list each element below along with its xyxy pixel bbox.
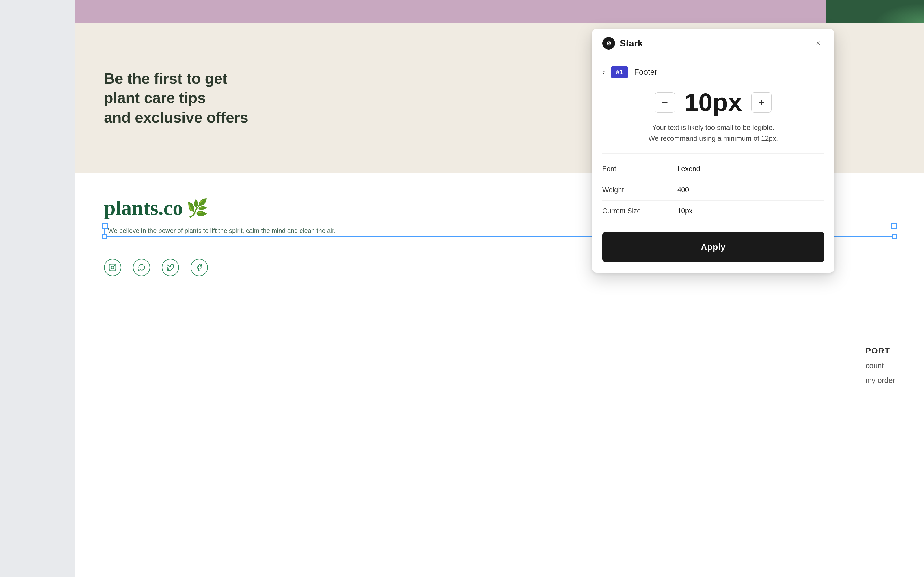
size-display: 10px <box>684 90 742 115</box>
property-row-font: Font Lexend <box>603 158 824 179</box>
instagram-icon[interactable] <box>104 259 121 276</box>
close-button[interactable]: × <box>813 37 824 49</box>
banner-plant <box>826 0 924 23</box>
weight-value: 400 <box>677 186 689 194</box>
warning-message: Your text is likely too small to be legi… <box>592 122 835 153</box>
banner-pink <box>75 0 826 23</box>
logo-leaf: 🌿 <box>187 198 208 218</box>
hero-text: Be the first to get plant care tipsand e… <box>104 69 254 127</box>
corner-handle-bl <box>102 234 107 239</box>
stark-logo: ⊘ <box>603 37 615 50</box>
corner-handle-br <box>892 234 897 239</box>
property-row-weight: Weight 400 <box>603 179 824 200</box>
properties-section: Font Lexend Weight 400 Current Size 10px <box>592 154 835 226</box>
current-size-label: Current Size <box>603 207 677 215</box>
increment-button[interactable]: + <box>751 92 772 113</box>
stark-panel-title: Stark <box>620 38 643 49</box>
issue-badge: #1 <box>611 66 628 78</box>
panel-nav: ‹ #1 Footer <box>592 58 835 78</box>
back-button[interactable]: ‹ <box>603 68 605 77</box>
section-name: Footer <box>634 68 657 77</box>
twitter-icon[interactable] <box>162 259 179 276</box>
logo-text: plants.co <box>104 196 183 220</box>
warning-line-1: Your text is likely too small to be legi… <box>609 122 817 133</box>
facebook-icon[interactable] <box>191 259 208 276</box>
tagline-text: We believe in the power of plants to lif… <box>108 227 336 234</box>
property-row-size: Current Size 10px <box>603 200 824 221</box>
decrement-button[interactable]: − <box>655 92 675 113</box>
svg-point-1 <box>111 266 114 269</box>
stark-logo-symbol: ⊘ <box>606 40 611 47</box>
svg-rect-0 <box>109 264 116 271</box>
banner-area <box>75 0 924 23</box>
font-value: Lexend <box>677 165 700 173</box>
weight-label: Weight <box>603 186 677 194</box>
size-control: − 10px + <box>592 78 835 122</box>
whatsapp-icon[interactable] <box>133 259 150 276</box>
stark-panel: ⊘ Stark × ‹ #1 Footer − 10px + Your text… <box>592 29 835 272</box>
panel-header-left: ⊘ Stark <box>603 37 643 50</box>
apply-button[interactable]: Apply <box>603 232 824 262</box>
font-label: Font <box>603 165 677 173</box>
warning-line-2: We recommand using a minimum of 12px. <box>609 133 817 144</box>
sidebar-link-order[interactable]: my order <box>865 376 895 385</box>
current-size-value: 10px <box>677 207 692 215</box>
sidebar-header: PORT <box>865 346 895 355</box>
svg-point-2 <box>114 265 115 266</box>
panel-header: ⊘ Stark × <box>592 29 835 58</box>
right-sidebar-content: PORT count my order <box>865 346 895 385</box>
sidebar-link-count[interactable]: count <box>865 361 895 370</box>
